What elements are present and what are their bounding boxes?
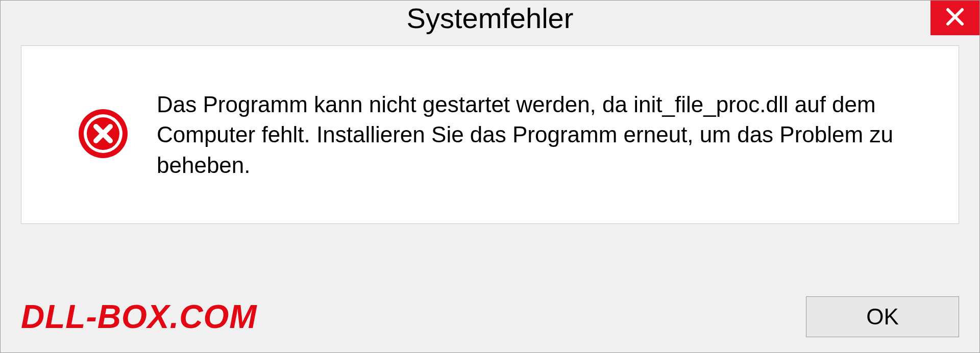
error-dialog: Systemfehler Das Programm kann nicht ges…	[0, 0, 980, 353]
title-bar: Systemfehler	[1, 1, 979, 35]
close-icon	[945, 7, 965, 29]
error-message: Das Programm kann nicht gestartet werden…	[157, 89, 922, 180]
close-button[interactable]	[930, 1, 979, 35]
dialog-footer: DLL-BOX.COM OK	[21, 296, 959, 337]
watermark-text: DLL-BOX.COM	[21, 298, 257, 336]
dialog-title: Systemfehler	[407, 2, 574, 35]
content-panel: Das Programm kann nicht gestartet werden…	[21, 45, 959, 224]
ok-button[interactable]: OK	[806, 296, 959, 337]
error-icon	[78, 108, 129, 161]
